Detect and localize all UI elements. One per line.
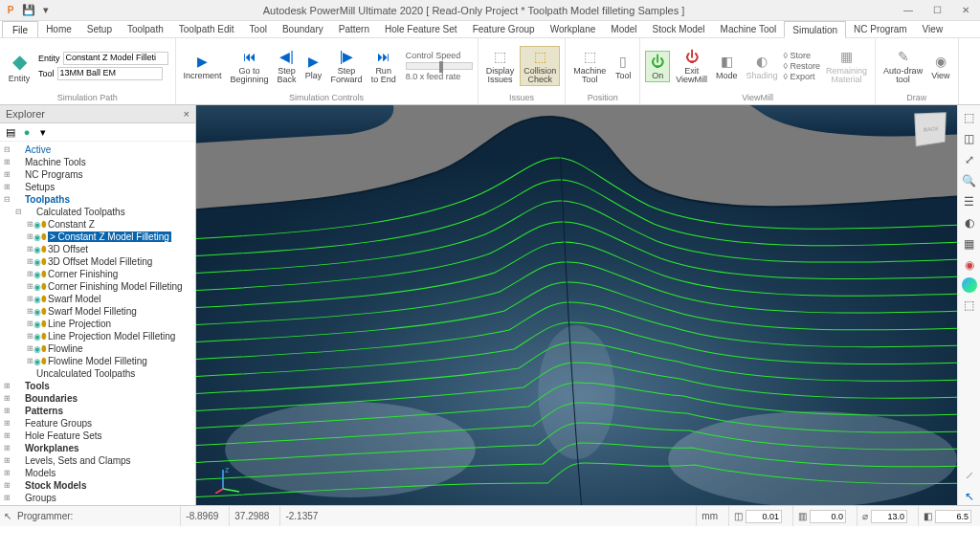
- tab-stock-model[interactable]: Stock Model: [645, 21, 713, 37]
- maximize-button[interactable]: ☐: [923, 1, 951, 20]
- tool-button[interactable]: ▯Tool: [612, 52, 635, 81]
- tree-toggle-icon[interactable]: ⊞: [2, 444, 11, 452]
- tree-item[interactable]: ⊞◉⬮Swarf Model Filleting: [0, 305, 195, 318]
- tree-item[interactable]: ⊞◉⬮Line Projection: [0, 318, 195, 330]
- tree-item[interactable]: ⊞Levels, Sets and Clamps: [0, 454, 195, 467]
- view-cube[interactable]: BACK: [914, 112, 947, 146]
- run-to-end-button[interactable]: ⏭Run to End: [368, 47, 399, 85]
- step-back-button[interactable]: ◀|Step Back: [275, 47, 300, 85]
- tab-tool[interactable]: Tool: [242, 21, 275, 37]
- tool-combo[interactable]: 13MM Ball EM: [57, 67, 163, 80]
- play-button[interactable]: ▶Play: [302, 52, 325, 81]
- cursor-icon[interactable]: ↖: [961, 488, 978, 505]
- tree-item[interactable]: Uncalculated Toolpaths: [0, 367, 195, 380]
- tab-model[interactable]: Model: [603, 21, 644, 37]
- autodraw-button[interactable]: ✎Auto-draw tool: [880, 47, 925, 85]
- tree-item[interactable]: ⊞Stock Models: [0, 479, 195, 492]
- globe-icon[interactable]: ●: [20, 125, 33, 139]
- step-field[interactable]: ▥: [792, 506, 851, 526]
- tree-item[interactable]: ⊞Patterns: [0, 405, 195, 417]
- tree-toggle-icon[interactable]: ⊞: [2, 183, 11, 191]
- tolerance-field[interactable]: ◫: [728, 506, 787, 526]
- tab-boundary[interactable]: Boundary: [275, 21, 331, 37]
- tree-toggle-icon[interactable]: ⊞: [2, 431, 11, 440]
- tree-item[interactable]: ⊞◉⬮Corner Finishing: [0, 268, 195, 280]
- tree-item[interactable]: ⊟Toolpaths: [0, 193, 195, 206]
- tree-toggle-icon[interactable]: ⊞: [2, 494, 11, 502]
- tab-nc-program[interactable]: NC Program: [846, 21, 915, 37]
- remaining-material-button[interactable]: ▦Remaining Material: [823, 47, 870, 85]
- step-forward-button[interactable]: |▶Step Forward: [328, 47, 366, 85]
- tree-item[interactable]: ⊞◉⬮Flowline Model Filleting: [0, 355, 195, 367]
- shade-icon[interactable]: ◐: [961, 214, 978, 231]
- tree-item[interactable]: ⊞Hole Feature Sets: [0, 430, 195, 442]
- tree-toggle-icon[interactable]: ⊞: [2, 456, 11, 465]
- restore-button[interactable]: ◊ Restore: [784, 61, 820, 71]
- tree-toggle-icon[interactable]: ⊞: [2, 170, 11, 179]
- entity-combo[interactable]: Constant Z Model Filleti: [63, 52, 168, 65]
- tree-toggle-icon[interactable]: ⊟: [2, 145, 11, 154]
- tree-toggle-icon[interactable]: ⊞: [2, 469, 11, 477]
- wireframe-icon[interactable]: ☰: [961, 193, 978, 210]
- tab-toolpath-edit[interactable]: Toolpath Edit: [171, 21, 242, 37]
- tab-simulation[interactable]: Simulation: [784, 21, 846, 38]
- tree-item[interactable]: ⊞◉⬮Constant Z: [0, 218, 195, 231]
- iso-view-icon[interactable]: ⬚: [961, 109, 978, 126]
- pick-icon[interactable]: ⬚: [961, 297, 978, 314]
- measure-icon[interactable]: ⟋: [961, 467, 978, 484]
- viewmill-exit-button[interactable]: ⏻Exit ViewMill: [673, 47, 710, 85]
- store-button[interactable]: ◊ Store: [784, 51, 820, 60]
- increment-button[interactable]: ▶Increment: [181, 52, 225, 81]
- goto-beginning-button[interactable]: ⏮Go to Beginning: [228, 47, 272, 85]
- diameter-field[interactable]: ⌀: [857, 506, 912, 526]
- dropdown-icon[interactable]: ▾: [38, 3, 54, 18]
- explorer-close-icon[interactable]: ×: [184, 108, 189, 120]
- tree-item[interactable]: ⊞Workplanes: [0, 442, 195, 454]
- tree-toggle-icon[interactable]: ⊞: [2, 158, 11, 166]
- tree-item[interactable]: ⊞Models: [0, 467, 195, 479]
- viewmill-on-button[interactable]: ⏻On: [645, 51, 670, 82]
- minimize-button[interactable]: —: [894, 1, 923, 20]
- globe-icon[interactable]: [962, 277, 977, 293]
- viewport-3d[interactable]: BACK Z: [196, 105, 957, 505]
- tree-item[interactable]: ⊞Boundaries: [0, 392, 195, 405]
- entity-button[interactable]: ◆ Entity: [5, 49, 33, 84]
- speed-slider[interactable]: [406, 62, 473, 70]
- tree-item[interactable]: ⊞Machine Tools: [0, 156, 195, 168]
- display-issues-button[interactable]: ⬚Display Issues: [483, 47, 518, 85]
- tree-item[interactable]: ⊞◉⬮> Constant Z Model Filleting: [0, 231, 195, 243]
- tree-item[interactable]: ⊟Active: [0, 143, 195, 156]
- tree-item[interactable]: ⊞◉⬮3D Offset Model Filleting: [0, 255, 195, 268]
- rainbow-icon[interactable]: ◉: [961, 256, 978, 274]
- tab-workplane[interactable]: Workplane: [543, 21, 604, 37]
- tree-item[interactable]: ⊞◉⬮Flowline: [0, 342, 195, 355]
- tree-toggle-icon[interactable]: ⊞: [2, 407, 11, 415]
- tab-machine-tool[interactable]: Machine Tool: [713, 21, 785, 37]
- tree-item[interactable]: ⊟Calculated Toolpaths: [0, 206, 195, 218]
- tree-item[interactable]: ⊞Feature Groups: [0, 417, 195, 430]
- file-menu[interactable]: File: [2, 21, 38, 37]
- cube-view-icon[interactable]: ◫: [961, 130, 978, 147]
- tree-item[interactable]: ⊞◉⬮Corner Finishing Model Filleting: [0, 280, 195, 293]
- tree-toggle-icon[interactable]: ⊟: [2, 195, 11, 204]
- tab-setup[interactable]: Setup: [79, 21, 120, 37]
- tab-view[interactable]: View: [915, 21, 951, 37]
- tree-toggle-icon[interactable]: ⊟: [13, 208, 23, 216]
- save-icon[interactable]: 💾: [21, 3, 36, 18]
- viewmill-shading-button[interactable]: ◐Shading: [744, 52, 781, 81]
- explorer-tree[interactable]: ⊟Active⊞Machine Tools⊞NC Programs⊞Setups…: [0, 142, 195, 505]
- tab-feature-group[interactable]: Feature Group: [465, 21, 543, 37]
- zoom-icon[interactable]: 🔍: [961, 172, 978, 189]
- collision-check-button[interactable]: ⬚Collision Check: [520, 46, 560, 86]
- zoom-fit-icon[interactable]: ⤢: [961, 151, 978, 168]
- close-button[interactable]: ✕: [951, 1, 980, 20]
- tree-item[interactable]: ⊞Groups: [0, 492, 195, 504]
- tab-toolpath[interactable]: Toolpath: [120, 21, 171, 37]
- tree-item[interactable]: ⊞Setups: [0, 181, 195, 193]
- tree-item[interactable]: ⊞◉⬮Swarf Model: [0, 293, 195, 305]
- block-icon[interactable]: ▦: [961, 235, 978, 253]
- tree-item[interactable]: ⊞Tools: [0, 380, 195, 392]
- tree-toggle-icon[interactable]: ⊞: [2, 419, 11, 428]
- tab-home[interactable]: Home: [38, 21, 79, 37]
- tree-item[interactable]: ⊞◉⬮Line Projection Model Filleting: [0, 330, 195, 342]
